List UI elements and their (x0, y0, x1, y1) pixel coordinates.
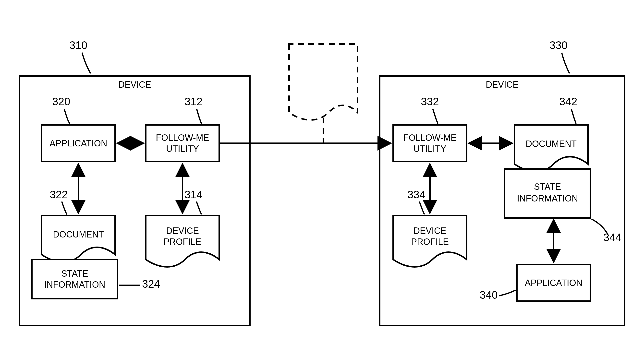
state-info-left-box (32, 260, 118, 299)
leader-312 (197, 109, 202, 124)
state-info-left-label1: STATE (61, 269, 88, 279)
device-left: DEVICE 310 APPLICATION 320 FOLLOW-ME UTI… (20, 39, 250, 326)
leader-334 (419, 202, 424, 214)
ref-320: 320 (52, 95, 70, 107)
application-right-label: APPLICATION (525, 278, 582, 288)
leader-340 (499, 290, 516, 296)
leader-342 (571, 109, 576, 124)
state-info-left-label2: INFORMATION (44, 280, 105, 290)
follow-me-right-box (393, 125, 467, 162)
device-profile-right-label2: PROFILE (411, 237, 449, 247)
ref-314: 314 (184, 189, 202, 201)
ref-334: 334 (407, 189, 425, 201)
device-right-label: DEVICE (486, 80, 518, 90)
ref-344: 344 (603, 231, 621, 243)
leader-314 (196, 202, 202, 214)
state-info-right-label1: STATE (534, 182, 561, 192)
device-profile-left-label1: DEVICE (166, 226, 199, 236)
device-profile-right-label1: DEVICE (414, 226, 446, 236)
ref-322: 322 (50, 189, 68, 201)
leader-320 (64, 109, 70, 124)
ref-324: 324 (142, 278, 160, 290)
follow-me-right-label2: UTILITY (414, 144, 446, 154)
follow-me-left-label2: UTILITY (166, 144, 199, 154)
ref-340: 340 (480, 289, 498, 301)
device-profile-left-label2: PROFILE (164, 237, 201, 247)
block-diagram: DEVICE 310 APPLICATION 320 FOLLOW-ME UTI… (0, 0, 644, 343)
device-left-label: DEVICE (118, 80, 151, 90)
ref-312: 312 (184, 95, 202, 107)
device-right: DEVICE 330 FOLLOW-ME UTILITY 332 DOCUMEN… (380, 39, 625, 326)
follow-me-left-box (146, 125, 219, 162)
state-info-right-label2: INFORMATION (517, 193, 578, 203)
document-left-label: DOCUMENT (53, 229, 104, 239)
ref-330: 330 (550, 39, 567, 51)
ref-342: 342 (559, 95, 577, 107)
center-doc (289, 44, 358, 143)
application-left-label: APPLICATION (50, 138, 107, 148)
leader-310 (82, 53, 91, 73)
ref-332: 332 (421, 95, 439, 107)
document-left-box: DOCUMENT (42, 215, 115, 262)
ref-310: 310 (69, 39, 87, 51)
leader-330 (562, 53, 570, 73)
leader-322 (62, 202, 67, 214)
leader-332 (433, 109, 438, 124)
document-right-label: DOCUMENT (526, 139, 577, 149)
document-right-box: DOCUMENT (514, 125, 588, 171)
follow-me-right-label1: FOLLOW-ME (403, 133, 456, 143)
follow-me-left-label1: FOLLOW-ME (156, 133, 209, 143)
device-profile-right-box: DEVICE PROFILE (393, 215, 467, 267)
device-profile-left-box: DEVICE PROFILE (146, 215, 219, 267)
